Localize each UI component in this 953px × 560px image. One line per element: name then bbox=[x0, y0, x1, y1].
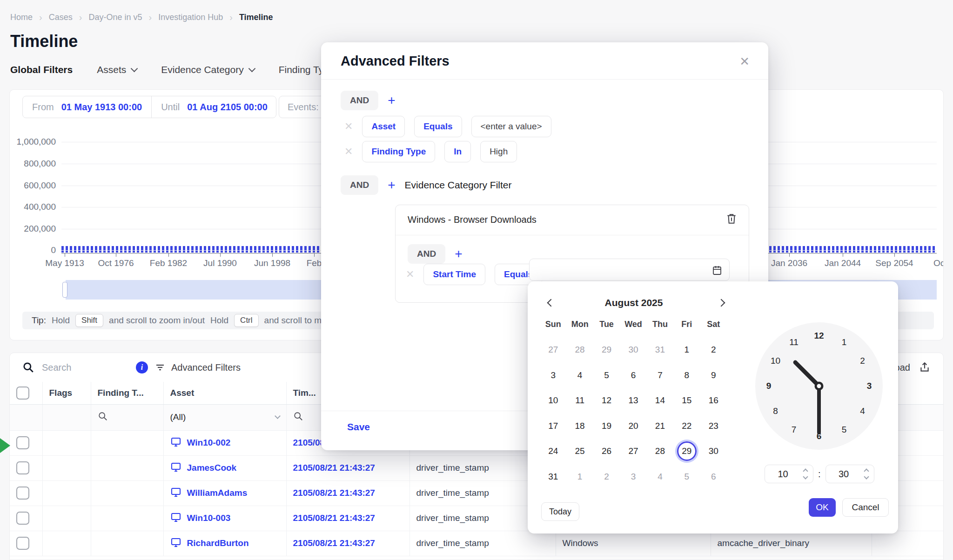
minute-input[interactable]: 30 bbox=[825, 465, 874, 483]
until-value[interactable]: 01 Aug 2105 00:00 bbox=[187, 102, 268, 113]
operator-chip[interactable]: Equals bbox=[414, 116, 462, 137]
asset-link[interactable]: RichardBurton bbox=[170, 537, 280, 550]
finding-type-filter-search[interactable] bbox=[91, 404, 163, 430]
close-icon[interactable]: ✕ bbox=[739, 54, 750, 69]
advanced-filters-button[interactable]: Advanced Filters bbox=[154, 362, 241, 373]
asset-link[interactable]: JamesCook bbox=[170, 461, 280, 475]
calendar-day[interactable]: 10 bbox=[544, 391, 563, 410]
row-checkbox[interactable] bbox=[16, 461, 29, 474]
search-input[interactable]: Search bbox=[22, 361, 129, 373]
calendar-day-selected[interactable]: 29 bbox=[677, 441, 697, 461]
timestamp-link[interactable]: 2105/08/21 21:43:27 bbox=[293, 488, 375, 498]
until-date-field[interactable]: Until 01 Aug 2105 00:00 bbox=[151, 96, 277, 118]
hour-value[interactable]: 10 bbox=[765, 469, 801, 480]
asset-link[interactable]: Win10-003 bbox=[170, 512, 280, 525]
calendar-day[interactable]: 1 bbox=[570, 467, 590, 487]
calendar-day[interactable]: 23 bbox=[704, 416, 723, 436]
calendar-day[interactable]: 31 bbox=[650, 340, 670, 360]
ok-button[interactable]: OK bbox=[809, 498, 836, 517]
calendar-day[interactable]: 20 bbox=[624, 416, 643, 436]
minute-value[interactable]: 30 bbox=[826, 469, 862, 480]
today-button[interactable]: Today bbox=[541, 502, 579, 521]
calendar-day[interactable]: 15 bbox=[677, 391, 697, 410]
add-condition-icon[interactable]: + bbox=[388, 94, 395, 107]
hour-step-down-icon[interactable] bbox=[803, 474, 808, 479]
calendar-day[interactable]: 16 bbox=[704, 391, 723, 410]
card-and-chip[interactable]: AND bbox=[408, 244, 445, 264]
range-selector-handle[interactable] bbox=[62, 282, 67, 298]
hour-input[interactable]: 10 bbox=[765, 465, 813, 483]
calendar-day[interactable]: 3 bbox=[624, 467, 643, 487]
trash-icon[interactable] bbox=[725, 213, 738, 227]
minute-step-down-icon[interactable] bbox=[864, 474, 869, 479]
from-value[interactable]: 01 May 1913 00:00 bbox=[61, 102, 142, 113]
calendar-day[interactable]: 22 bbox=[677, 416, 697, 436]
breadcrumb-item[interactable]: Investigation Hub bbox=[158, 13, 223, 22]
asset-link[interactable]: Win10-002 bbox=[170, 436, 280, 450]
calendar-day[interactable]: 6 bbox=[704, 467, 723, 487]
add-group-icon[interactable]: + bbox=[388, 179, 395, 192]
calendar-day[interactable]: 5 bbox=[597, 366, 617, 385]
calendar-day[interactable]: 7 bbox=[650, 366, 670, 385]
calendar-day[interactable]: 27 bbox=[544, 340, 563, 360]
calendar-day[interactable]: 30 bbox=[704, 441, 723, 461]
remove-condition-icon[interactable]: ✕ bbox=[344, 120, 353, 133]
timestamp-link[interactable]: 2105/08/21 21:43:27 bbox=[293, 513, 375, 523]
start-time-value-input[interactable] bbox=[529, 259, 730, 281]
row-checkbox[interactable] bbox=[16, 436, 29, 449]
asset-link[interactable]: WilliamAdams bbox=[170, 487, 280, 500]
calendar-day[interactable]: 25 bbox=[570, 441, 590, 461]
breadcrumb-item[interactable]: Home bbox=[10, 13, 33, 22]
calendar-day[interactable]: 31 bbox=[544, 467, 563, 487]
calendar-day[interactable]: 6 bbox=[624, 366, 643, 385]
minute-step-up-icon[interactable] bbox=[864, 468, 869, 473]
calendar-day[interactable]: 26 bbox=[597, 441, 617, 461]
calendar-day[interactable]: 27 bbox=[624, 441, 643, 461]
operator-chip[interactable]: In bbox=[444, 141, 471, 162]
calendar-day[interactable]: 30 bbox=[624, 340, 643, 360]
calendar-day[interactable]: 28 bbox=[650, 441, 670, 461]
global-filter-assets[interactable]: Assets bbox=[97, 64, 137, 75]
calendar-day[interactable]: 17 bbox=[544, 416, 563, 436]
calendar-day[interactable]: 12 bbox=[597, 391, 617, 410]
select-all-checkbox[interactable] bbox=[16, 387, 29, 400]
calendar-day[interactable]: 5 bbox=[677, 467, 697, 487]
remove-condition-icon[interactable]: ✕ bbox=[406, 268, 414, 280]
calendar-day[interactable]: 13 bbox=[624, 391, 643, 410]
field-chip[interactable]: Start Time bbox=[423, 264, 485, 285]
remove-condition-icon[interactable]: ✕ bbox=[344, 146, 353, 158]
calendar-day[interactable]: 29 bbox=[597, 340, 617, 360]
global-filter-evidence-category[interactable]: Evidence Category bbox=[161, 64, 254, 75]
calendar-day[interactable]: 28 bbox=[570, 340, 590, 360]
calendar-day[interactable]: 14 bbox=[650, 391, 670, 410]
export-icon[interactable] bbox=[919, 361, 931, 373]
timestamp-link[interactable]: 2105/08/21 21:43:27 bbox=[293, 463, 375, 473]
cancel-button[interactable]: Cancel bbox=[842, 498, 889, 517]
row-checkbox[interactable] bbox=[16, 537, 29, 550]
from-date-field[interactable]: From 01 May 1913 00:00 bbox=[23, 96, 151, 118]
calendar-day[interactable]: 2 bbox=[597, 467, 617, 487]
prev-month-icon[interactable] bbox=[545, 297, 557, 309]
save-button[interactable]: Save bbox=[347, 421, 370, 433]
table-row[interactable]: RichardBurton2105/08/21 21:43:27driver_t… bbox=[10, 531, 944, 556]
calendar-day[interactable]: 21 bbox=[650, 416, 670, 436]
group-and-chip[interactable]: AND bbox=[341, 175, 378, 195]
calendar-day[interactable]: 18 bbox=[570, 416, 590, 436]
row-checkbox[interactable] bbox=[16, 512, 29, 525]
next-month-icon[interactable] bbox=[716, 297, 728, 309]
asset-filter-select[interactable]: (All) bbox=[163, 404, 286, 430]
calendar-day[interactable]: 11 bbox=[570, 391, 590, 410]
calendar-day[interactable]: 2 bbox=[704, 340, 723, 360]
breadcrumb-item[interactable]: Day-One in v5 bbox=[88, 13, 142, 22]
calendar-day[interactable]: 8 bbox=[677, 366, 697, 385]
field-chip[interactable]: Finding Type bbox=[362, 141, 435, 162]
calendar-day[interactable]: 19 bbox=[597, 416, 617, 436]
calendar-day[interactable]: 4 bbox=[570, 366, 590, 385]
calendar-day[interactable]: 4 bbox=[650, 467, 670, 487]
calendar-day[interactable]: 24 bbox=[544, 441, 563, 461]
field-chip[interactable]: Asset bbox=[362, 116, 405, 137]
card-add-icon[interactable]: + bbox=[455, 247, 462, 260]
row-checkbox[interactable] bbox=[16, 487, 29, 500]
analog-clock[interactable]: 121234567891011 bbox=[755, 322, 883, 450]
hour-step-up-icon[interactable] bbox=[803, 468, 808, 473]
